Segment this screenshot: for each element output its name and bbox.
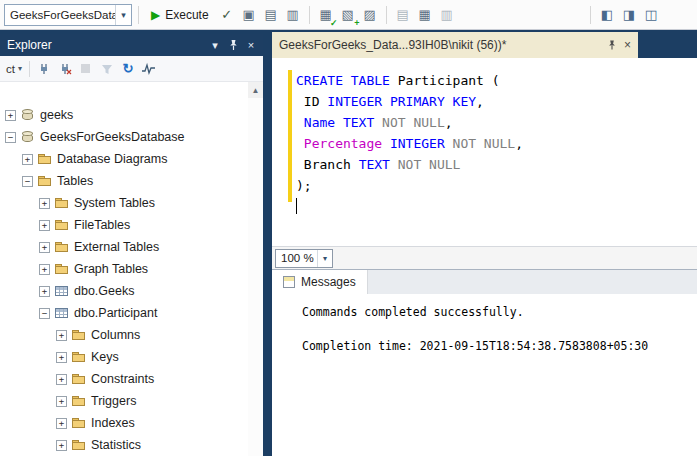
code-token: ,	[476, 94, 484, 109]
folder-icon	[55, 262, 69, 276]
chevron-down-icon: ▾	[18, 64, 22, 73]
tree-item-label: dbo.Participant	[74, 306, 157, 320]
window-menu-button[interactable]: ▾	[206, 36, 224, 54]
intellisense-icon: ▤	[264, 7, 276, 22]
folder-icon	[72, 350, 86, 364]
tree-expander[interactable]: −	[5, 132, 16, 143]
tree-item-geeks[interactable]: +geeks	[0, 104, 263, 126]
code-line: Percentage INTEGER NOT NULL,	[296, 133, 523, 154]
execution-plan-button[interactable]: ▧+	[338, 5, 358, 25]
tree-item-label: Graph Tables	[74, 262, 148, 276]
tree-expander[interactable]: +	[56, 418, 67, 429]
activity-pulse-icon	[141, 62, 156, 76]
pane-split-button[interactable]: ◫	[641, 5, 661, 25]
messages-icon	[283, 276, 295, 288]
code-line: CREATE TABLE Participant (	[296, 70, 523, 91]
activity-monitor-button[interactable]	[140, 60, 158, 78]
database-combobox-value: GeeksForGeeksDatabase	[5, 9, 115, 21]
stop-button[interactable]	[77, 60, 95, 78]
filter-button[interactable]	[98, 60, 116, 78]
folder-icon	[72, 394, 86, 408]
tree-item-statistics[interactable]: +Statistics	[0, 434, 263, 456]
tree-expander[interactable]: +	[56, 330, 67, 341]
query-options-button[interactable]: ▣	[239, 5, 259, 25]
tree-item-graph-tables[interactable]: +Graph Tables	[0, 258, 263, 280]
tree-scrollbar[interactable]: ▲	[248, 82, 263, 456]
tree-item-database-diagrams[interactable]: +Database Diagrams	[0, 148, 263, 170]
tree-expander[interactable]: +	[39, 264, 50, 275]
chevron-down-icon[interactable]: ▾	[317, 250, 332, 267]
tree-expander[interactable]: +	[56, 396, 67, 407]
results-to-text-button[interactable]: ▤	[393, 5, 413, 25]
tree-item-triggers[interactable]: +Triggers	[0, 390, 263, 412]
tree-expander[interactable]: −	[22, 176, 33, 187]
tree-item-label: Triggers	[91, 394, 136, 408]
explorer-title: Explorer	[7, 38, 52, 52]
template-parameters-button[interactable]: ▥	[283, 5, 303, 25]
close-tab-button[interactable]: ×	[624, 39, 631, 51]
code-token: Participant (	[390, 73, 500, 88]
code-token: ID	[296, 94, 327, 109]
tree-expander[interactable]: +	[5, 110, 16, 121]
tree-expander[interactable]: +	[56, 352, 67, 363]
toolbar-separator	[590, 6, 591, 24]
disconnect-object-button[interactable]	[56, 60, 74, 78]
scroll-up-button[interactable]: ▲	[248, 82, 263, 98]
refresh-button[interactable]: ↻	[119, 60, 137, 78]
code-token: PRIMARY	[390, 94, 445, 109]
editor-statusbar: 100 % ▾	[272, 246, 697, 270]
query-options-icon: ▣	[242, 7, 254, 22]
folder-icon	[55, 240, 69, 254]
tree-expander[interactable]: +	[22, 154, 33, 165]
code-token	[335, 115, 343, 130]
parse-button[interactable]: ✓	[217, 7, 237, 22]
tree-expander[interactable]: +	[39, 198, 50, 209]
tree-item-dbo-geeks[interactable]: +dbo.Geeks	[0, 280, 263, 302]
messages-output: Commands completed successfully. Complet…	[272, 294, 697, 456]
pin-button[interactable]	[224, 36, 242, 54]
tree-item-indexes[interactable]: +Indexes	[0, 412, 263, 434]
tree-expander[interactable]: +	[56, 374, 67, 385]
tree-item-geeksforgeeksdatabase[interactable]: −GeeksForGeeksDatabase	[0, 126, 263, 148]
results-to-file-button[interactable]: ▥	[437, 5, 457, 25]
messages-tab[interactable]: Messages	[272, 270, 368, 294]
tree-item-label: Statistics	[91, 438, 141, 452]
tree-item-label: Indexes	[91, 416, 135, 430]
folder-icon	[55, 218, 69, 232]
zoom-combobox[interactable]: 100 % ▾	[275, 249, 333, 268]
intellisense-button[interactable]: ▤	[261, 5, 281, 25]
database-combobox[interactable]: GeeksForGeeksDatabase ▾	[4, 4, 132, 26]
execute-button[interactable]: ▶ Execute	[145, 3, 215, 27]
tree-item-system-tables[interactable]: +System Tables	[0, 192, 263, 214]
tree-item-columns[interactable]: +Columns	[0, 324, 263, 346]
tree-item-keys[interactable]: +Keys	[0, 346, 263, 368]
document-tab-row: GeeksForGeeks_Data...93IH0B\nikit (56))*…	[272, 32, 697, 58]
tree-expander[interactable]: +	[39, 242, 50, 253]
query-document-tab[interactable]: GeeksForGeeks_Data...93IH0B\nikit (56))*…	[272, 32, 638, 58]
connect-button[interactable]: ct ▾	[4, 63, 24, 75]
analyze-query-button[interactable]: ▦✓	[316, 5, 336, 25]
tree-expander[interactable]: +	[39, 286, 50, 297]
tree-expander[interactable]: +	[56, 440, 67, 451]
unplug-icon	[58, 62, 72, 76]
tree-item-filetables[interactable]: +FileTables	[0, 214, 263, 236]
pin-icon[interactable]	[607, 39, 617, 51]
code-token: NOT NULL	[398, 157, 461, 172]
connect-object-button[interactable]	[35, 60, 53, 78]
tree-item-constraints[interactable]: +Constraints	[0, 368, 263, 390]
tree-item-tables[interactable]: −Tables	[0, 170, 263, 192]
tree-expander[interactable]: +	[39, 220, 50, 231]
explorer-toolbar: ct ▾ ↻	[0, 56, 263, 82]
code-token	[296, 115, 304, 130]
pane-right-button[interactable]: ◨	[619, 5, 639, 25]
sql-editor[interactable]: CREATE TABLE Participant ( ID INTEGER PR…	[272, 58, 697, 246]
chevron-down-icon[interactable]: ▾	[115, 5, 131, 25]
tree-expander[interactable]: −	[39, 308, 50, 319]
tree-item-dbo-participant[interactable]: −dbo.Participant	[0, 302, 263, 324]
pane-left-button[interactable]: ◧	[597, 5, 617, 25]
results-to-grid-button[interactable]: ▦	[415, 5, 435, 25]
object-tree: ▲ +geeks−GeeksForGeeksDatabase+Database …	[0, 82, 263, 456]
close-button[interactable]: ×	[242, 36, 260, 54]
live-statistics-button[interactable]: ▨	[360, 5, 380, 25]
tree-item-external-tables[interactable]: +External Tables	[0, 236, 263, 258]
